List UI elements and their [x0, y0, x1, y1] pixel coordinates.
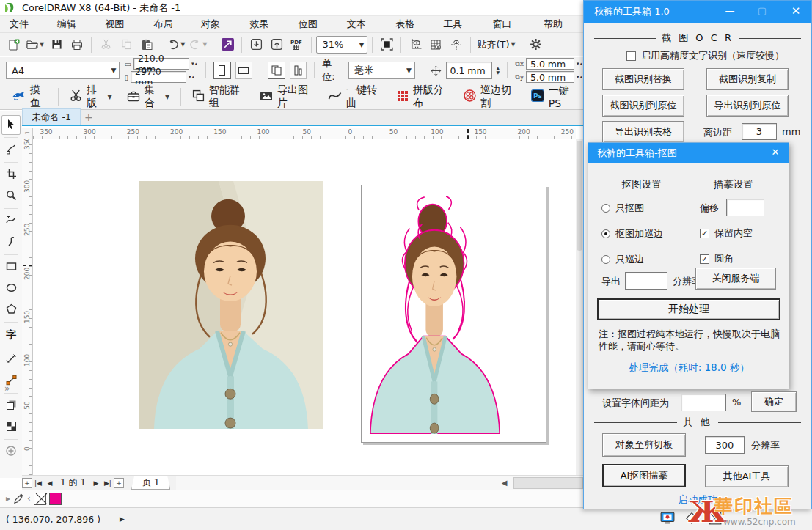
export-table-button[interactable]: 导出识别表格 [602, 121, 684, 143]
nudge-spinner[interactable]: ▲▼ [497, 66, 500, 75]
cut-button[interactable] [96, 35, 115, 54]
pick-tool-button[interactable] [1, 115, 21, 135]
menu-item[interactable]: 文本(X) [337, 16, 386, 32]
new-document-button[interactable] [4, 35, 23, 54]
menu-item[interactable]: 位图(B) [289, 16, 337, 32]
drawing-canvas[interactable] [33, 139, 576, 475]
export-inplace-button[interactable]: 导出识别到原位 [706, 95, 789, 117]
palette-expand-arrow[interactable]: ▸ [6, 493, 10, 504]
open-button[interactable]: ▼ [25, 35, 45, 54]
hi-precision-checkbox-row[interactable]: 启用高精度文字识别（速度较慢） [626, 49, 784, 62]
menu-item[interactable]: 窗口(W) [483, 16, 534, 32]
vertical-scroll-thumb[interactable] [577, 141, 582, 251]
polygon-tool-button[interactable] [1, 300, 21, 320]
plugin-scissors-button[interactable]: 排版▼ [64, 87, 118, 107]
object-to-clipboard-button[interactable]: 对象至剪切板 [602, 433, 686, 457]
palette-scroll-left[interactable]: ‹ [27, 493, 31, 504]
horizontal-ruler[interactable]: 3503002502001501005005010015020025030035… [33, 128, 576, 139]
close-server-button[interactable]: 关闭服务端 [695, 268, 776, 290]
plugin-export-image-button[interactable]: 导出图片 [254, 87, 319, 107]
options-button[interactable] [527, 35, 546, 54]
radio-cutout-only[interactable]: 只抠图 [601, 202, 644, 215]
dup-y-spinner[interactable]: ▾▴ [577, 74, 583, 80]
export-resolution-input[interactable] [625, 272, 667, 290]
capture-copy-button[interactable]: 截图识别复制 [706, 68, 789, 90]
capture-replace-button[interactable]: 截图识别替换 [602, 68, 684, 90]
close-button[interactable]: ✕ [783, 1, 808, 23]
next-page-button[interactable]: ▶ [90, 477, 102, 489]
original-photo[interactable] [139, 181, 323, 429]
redo-button[interactable]: ▼ [188, 35, 208, 54]
horizontal-scroll-thumb[interactable] [513, 477, 583, 489]
other-ai-tools-button[interactable]: 其他AI工具 [705, 465, 789, 487]
menu-item[interactable]: 编辑(E) [48, 16, 96, 32]
duplicate-x-input[interactable]: 5.0 mm [526, 58, 574, 70]
text-tool-button[interactable]: 字 [1, 325, 21, 345]
menu-item[interactable]: 帮助(H) [534, 16, 583, 32]
ai-cutout-trace-button[interactable]: AI抠图描摹 [602, 464, 686, 487]
dup-x-spinner[interactable]: ▾▴ [577, 61, 583, 67]
last-page-button[interactable]: ▶| [102, 477, 114, 489]
plugin-photoshop-button[interactable]: Ps一键PS [525, 87, 583, 107]
zoom-tool-button[interactable] [1, 186, 21, 206]
confirm-button[interactable]: 确定 [751, 391, 797, 412]
checkbox-checked-icon[interactable]: ✓ [700, 229, 709, 238]
toolbox-overflow-chevron[interactable]: » [4, 383, 10, 394]
radio-off-icon[interactable] [601, 204, 610, 213]
margin-input[interactable]: 3 [742, 123, 777, 140]
radio-off-icon[interactable] [601, 255, 610, 264]
eyedropper-icon[interactable] [13, 493, 24, 504]
copy-button[interactable] [117, 35, 136, 54]
capture-inplace-button[interactable]: 截图识别到原位 [602, 95, 684, 117]
round-corner-checkbox-row[interactable]: ✓ 圆角 [700, 252, 734, 265]
radio-edge-only[interactable]: 只巡边 [601, 253, 644, 266]
add-page-after-button[interactable]: + [114, 478, 124, 488]
coordinates-arrow-icon[interactable]: ▶ [120, 515, 125, 523]
smart-fill-tool-button[interactable] [1, 442, 21, 462]
all-pages-button[interactable] [268, 62, 285, 79]
plugin-fish-button[interactable]: 摸鱼 [6, 87, 53, 107]
current-page-button[interactable] [290, 62, 307, 79]
outline-none-icon[interactable] [709, 512, 722, 525]
shape-tool-button[interactable] [1, 140, 21, 160]
ellipse-tool-button[interactable] [1, 279, 21, 298]
plugin-grid-dots-button[interactable]: 拼版分布 [391, 87, 455, 107]
menu-item[interactable]: 效果(C) [240, 16, 288, 32]
plugin-panel-titlebar[interactable]: 秋裤的工具箱 1.0 — ▢ ✕ [584, 1, 811, 23]
print-button[interactable] [67, 35, 87, 54]
save-button[interactable] [47, 35, 66, 54]
freehand-tool-button[interactable] [1, 211, 21, 231]
checkbox-checked-icon[interactable]: ✓ [700, 254, 709, 264]
cutout-dialog-titlebar[interactable]: 秋裤的工具箱-抠图 ✕ [588, 143, 789, 163]
dialog-close-button[interactable]: ✕ [763, 143, 788, 163]
menu-item[interactable]: 文件(F) [0, 16, 48, 32]
plugin-curve-button[interactable]: 一键转曲 [322, 87, 388, 107]
scroll-left-button[interactable]: ◀ [499, 477, 510, 489]
page-size-select[interactable]: A4▼ [6, 62, 120, 79]
plugin-toolcase-button[interactable]: 集合▼ [121, 87, 175, 107]
maximize-button[interactable]: ▢ [750, 1, 775, 23]
magenta-color-swatch[interactable] [49, 493, 62, 505]
checkbox-unchecked-icon[interactable] [626, 51, 636, 61]
export-button[interactable] [267, 35, 286, 54]
resolution-input[interactable]: 300 [705, 436, 745, 454]
rectangle-tool-button[interactable] [1, 257, 21, 277]
vertical-ruler[interactable]: 350300250200150100500 [22, 139, 33, 475]
paste-button[interactable] [137, 35, 156, 54]
crop-tool-button[interactable] [1, 165, 21, 185]
dynamic-guides-button[interactable] [447, 35, 466, 54]
add-page-before-button[interactable]: + [22, 478, 32, 488]
no-color-swatch[interactable] [34, 493, 46, 505]
units-select[interactable]: 毫米▼ [348, 62, 415, 79]
minimize-button[interactable]: — [717, 1, 742, 23]
height-spinner[interactable]: ▾▴ [189, 74, 195, 80]
undo-button[interactable]: ▼ [166, 35, 186, 54]
pdf-publish-button[interactable]: PDF [288, 35, 307, 54]
cutout-photo-with-outline[interactable] [358, 186, 512, 434]
radio-cutout-edge[interactable]: 抠图加巡边 [601, 227, 663, 240]
drop-shadow-tool-button[interactable] [1, 396, 21, 416]
start-processing-button[interactable]: 开始处理 [597, 298, 780, 320]
menu-item[interactable]: 布局(L) [144, 16, 191, 32]
keep-inner-checkbox-row[interactable]: ✓ 保留内空 [700, 227, 753, 240]
fullscreen-preview-button[interactable] [377, 35, 396, 54]
